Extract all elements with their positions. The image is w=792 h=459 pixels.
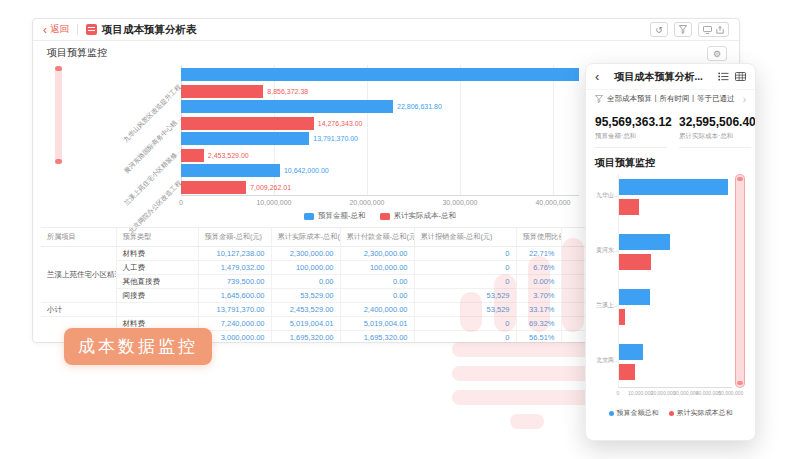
value-cell: 2,453,529.00: [271, 303, 340, 317]
list-icon: [718, 72, 729, 81]
preview-icon: [703, 26, 712, 34]
funnel-icon: [679, 25, 687, 34]
bar-actual: [619, 199, 639, 215]
chevron-right-icon: ›: [743, 94, 746, 105]
gridline: [460, 65, 461, 195]
value-cell: 0: [414, 261, 516, 275]
list-view-button[interactable]: [718, 72, 729, 81]
legend-swatch: [380, 213, 390, 220]
value-cell: 33.17%: [516, 303, 561, 317]
mobile-filter-bar[interactable]: 全部成本预算丨所有时间丨等于已通过 ›: [586, 90, 755, 108]
column-header: 累计实际成本-总和(元): [271, 228, 340, 247]
legend-label: 累计实际成本总和: [677, 408, 733, 418]
x-tick-label: 20,000,000: [651, 390, 676, 396]
x-tick-label: 40,000,000: [535, 199, 570, 206]
x-tick-label: 10,000,000: [628, 390, 653, 396]
value-cell: 56.51%: [516, 331, 561, 343]
bar-actual: [181, 181, 246, 194]
bar-budget: [181, 100, 393, 113]
chart-plot-area: 8,856,372.3822,806,631.8014,276,343.0013…: [181, 65, 579, 196]
bar-budget: [619, 234, 670, 250]
value-cell: 2,300,000.00: [271, 247, 340, 261]
table-grid-icon: [735, 72, 746, 81]
value-cell: 13,791,370.00: [198, 303, 271, 317]
value-cell: 0: [414, 317, 516, 331]
category-label: 黄河东...: [596, 246, 618, 255]
value-cell: 2,400,000.00: [340, 303, 414, 317]
mobile-back-button[interactable]: ‹: [595, 69, 599, 84]
bar-budget: [181, 132, 309, 145]
value-cell: 1,479,032.00: [198, 261, 271, 275]
bar-actual: [619, 309, 625, 325]
datazoom-bottom-handle[interactable]: [55, 159, 62, 164]
value-cell: 7,240,000.00: [198, 317, 271, 331]
preview-share-buttons[interactable]: [698, 22, 729, 37]
chart-x-axis: 010,000,00020,000,00030,000,00040,000,00…: [181, 199, 579, 209]
bar-budget: [619, 344, 643, 360]
x-tick-label: 0: [179, 199, 183, 206]
bar-actual: [181, 117, 314, 130]
bar-value-label: 7,009,262.01: [250, 181, 291, 194]
mobile-plot-area: [618, 174, 732, 388]
category-label: 兰溪上苑住宅小区精装修...: [123, 147, 184, 208]
x-tick-label: 30,000,000: [673, 390, 698, 396]
header-divider: [77, 24, 78, 35]
value-cell: 0.00: [271, 275, 340, 289]
stat-actual-total: 32,595,506.40 累计实际成本·总和: [679, 115, 751, 148]
bar-actual: [181, 149, 204, 162]
value-cell: 10,127,238.00: [198, 247, 271, 261]
value-cell: 0.00%: [516, 275, 561, 289]
filter-button[interactable]: [674, 22, 692, 37]
budget-type-cell: 人工费: [116, 261, 198, 275]
category-label: 黄河东路国际商务中心精...: [123, 115, 184, 176]
bar-budget: [619, 289, 650, 305]
value-cell: 53,529: [414, 289, 516, 303]
legend-entry[interactable]: 预算金额-总和: [304, 211, 366, 221]
bar-budget: [181, 164, 280, 177]
column-header: 累计付款金额-总和(元): [340, 228, 414, 247]
x-tick-label: 0: [617, 390, 620, 396]
category-label: 北京两...: [596, 356, 618, 365]
value-cell: 6.76%: [516, 261, 561, 275]
bar-actual: [619, 364, 635, 380]
legend-entry[interactable]: 累计实际成本-总和: [380, 211, 457, 221]
report-doc-icon: [86, 24, 97, 35]
legend-label: 预算金额-总和: [318, 211, 366, 221]
funnel-outline-icon: [595, 95, 603, 103]
value-cell: 5,019,004.01: [271, 317, 340, 331]
project-cell: 兰溪上苑住宅小区精装修第...: [41, 247, 116, 303]
mobile-section-title: 项目预算监控: [586, 148, 755, 172]
value-cell: 53,529.00: [271, 289, 340, 303]
column-header: 累计报销金额-总和(元): [414, 228, 516, 247]
back-chevron-icon: ‹: [43, 25, 47, 35]
chart-settings-button[interactable]: ⚙: [707, 46, 727, 61]
value-cell: 100,000.00: [340, 261, 414, 275]
watermark-leg: [510, 414, 544, 429]
stat-value: 32,595,506.40: [679, 115, 751, 129]
scrollbar-top-grip[interactable]: [737, 177, 743, 181]
value-cell: 69.32%: [516, 317, 561, 331]
chart-datazoom-slider[interactable]: [55, 67, 62, 163]
value-cell: 739,500.00: [198, 275, 271, 289]
refresh-button[interactable]: ↺: [650, 22, 668, 37]
bar-value-label: 14,276,343.00: [318, 117, 363, 130]
summary-stats: 95,569,363.12 预算金额·总和 32,595,506.40 累计实际…: [586, 108, 755, 148]
project-cell: 小计: [41, 303, 116, 317]
table-view-button[interactable]: [735, 72, 746, 81]
value-cell: 0: [414, 331, 516, 343]
legend-entry[interactable]: 累计实际成本总和: [669, 408, 733, 418]
x-tick-label: 50,000,000: [718, 390, 743, 396]
value-cell: 0.00: [340, 275, 414, 289]
gridline: [367, 65, 368, 195]
x-tick-label: 30,000,000: [442, 199, 477, 206]
stat-value: 95,569,363.12: [595, 115, 667, 129]
filter-summary: 全部成本预算丨所有时间丨等于已通过: [607, 94, 739, 104]
back-button[interactable]: ‹ 返回: [43, 23, 69, 36]
column-header: 所属项目: [41, 228, 116, 247]
legend-entry[interactable]: 预算金额总和: [609, 408, 659, 418]
mobile-x-axis: 010,000,00020,000,00030,000,00040,000,00…: [618, 390, 732, 398]
datazoom-top-handle[interactable]: [55, 66, 62, 71]
mobile-chart-scrollbar[interactable]: [735, 174, 745, 388]
bar-value-label: 8,856,372.38: [267, 85, 308, 98]
scrollbar-bottom-grip[interactable]: [737, 381, 743, 385]
